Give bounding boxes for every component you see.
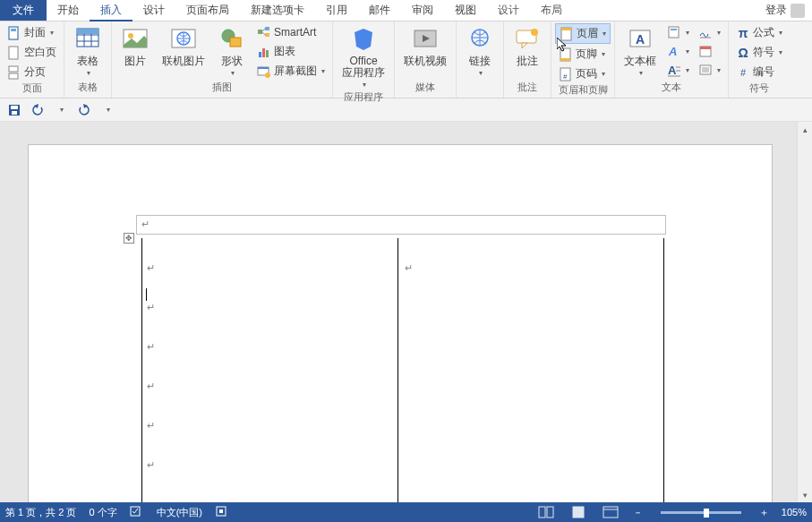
- macro-icon[interactable]: [215, 505, 229, 519]
- object-button[interactable]: ▾: [695, 61, 724, 79]
- drop-cap-button[interactable]: A▾: [663, 61, 693, 79]
- dropdown-icon: ▾: [686, 29, 689, 37]
- picture-button[interactable]: 图片: [115, 23, 155, 69]
- save-button[interactable]: [5, 101, 23, 119]
- zoom-out-button[interactable]: －: [633, 506, 643, 519]
- undo-more-button[interactable]: ▾: [52, 101, 70, 119]
- document-page[interactable]: ✥ ↵ ↵ ↵ ↵ ↵ ↵ ↵ ↵: [29, 145, 772, 502]
- vertical-scrollbar[interactable]: ▴ ▾: [797, 122, 812, 502]
- textbox-button[interactable]: A 文本框 ▾: [619, 23, 662, 79]
- scroll-down-button[interactable]: ▾: [798, 487, 812, 502]
- dropdown-icon: ▾: [602, 50, 605, 58]
- blank-page-icon: [7, 46, 21, 60]
- read-mode-button[interactable]: [536, 504, 556, 520]
- page-break-button[interactable]: 分页: [4, 63, 60, 81]
- page-indicator[interactable]: 第 1 页，共 2 页: [5, 506, 76, 519]
- tab-context-design[interactable]: 设计: [487, 0, 530, 21]
- online-video-button[interactable]: 联机视频: [398, 23, 452, 69]
- tab-insert[interactable]: 插入: [90, 0, 132, 21]
- tab-references[interactable]: 引用: [315, 0, 358, 21]
- dropdown-icon: ▾: [60, 106, 64, 114]
- quick-parts-button[interactable]: ▾: [663, 23, 693, 41]
- svg-rect-1: [11, 29, 16, 31]
- paragraph-mark-icon: ↵: [147, 381, 155, 392]
- signature-icon: [698, 25, 713, 39]
- tab-home[interactable]: 开始: [47, 0, 90, 21]
- spellcheck-icon[interactable]: [130, 505, 144, 519]
- smartart-label: SmartArt: [274, 26, 316, 39]
- tab-design[interactable]: 设计: [132, 0, 175, 21]
- blank-page-button[interactable]: 空白页: [4, 43, 60, 62]
- customize-qat-button[interactable]: ▾: [98, 101, 116, 119]
- table-icon: [73, 25, 102, 54]
- header-area[interactable]: [136, 215, 666, 235]
- word-count[interactable]: 0 个字: [89, 506, 116, 519]
- datetime-button[interactable]: [695, 42, 724, 60]
- web-layout-button[interactable]: [601, 504, 620, 520]
- tab-view[interactable]: 视图: [444, 0, 487, 21]
- smartart-button[interactable]: SmartArt: [253, 23, 329, 41]
- tab-context-layout[interactable]: 布局: [530, 0, 573, 21]
- svg-rect-17: [258, 30, 262, 34]
- quick-parts-icon: [667, 25, 681, 39]
- office-apps-button[interactable]: Office应用程序 ▾: [337, 23, 390, 90]
- header-button[interactable]: 页眉▾: [555, 23, 611, 44]
- group-symbols: π 公式▾ Ω 符号▾ # 编号 符号: [729, 21, 790, 98]
- cover-page-icon: [7, 26, 21, 40]
- tab-file[interactable]: 文件: [0, 0, 47, 21]
- screenshot-button[interactable]: 屏幕截图▾: [253, 62, 329, 81]
- group-comments: 批注 批注: [504, 21, 551, 98]
- svg-rect-43: [671, 29, 677, 30]
- tab-review[interactable]: 审阅: [401, 0, 444, 21]
- comment-button[interactable]: 批注: [508, 23, 547, 69]
- smartart-icon: [257, 25, 271, 39]
- comment-label: 批注: [517, 56, 538, 67]
- tab-page-layout[interactable]: 页面布局: [175, 0, 240, 21]
- drop-cap-icon: A: [667, 63, 681, 77]
- online-picture-button[interactable]: 联机图片: [157, 23, 210, 69]
- shapes-button[interactable]: 形状 ▾: [212, 23, 252, 79]
- tab-bar: 文件 开始 插入 设计 页面布局 新建选项卡 引用 邮件 审阅 视图 设计 布局…: [0, 0, 812, 21]
- svg-rect-64: [547, 507, 553, 518]
- svg-rect-24: [266, 50, 269, 57]
- footer-button[interactable]: 页脚▾: [555, 45, 611, 64]
- number-button[interactable]: # 编号: [732, 63, 786, 81]
- signature-button[interactable]: ▾: [695, 23, 724, 41]
- svg-rect-42: [669, 27, 679, 38]
- svg-text:#: #: [563, 73, 568, 81]
- equation-button[interactable]: π 公式▾: [732, 23, 786, 42]
- zoom-slider[interactable]: [661, 511, 741, 514]
- print-layout-button[interactable]: [568, 504, 588, 520]
- number-icon: #: [736, 65, 750, 80]
- paragraph-mark-icon: ↵: [405, 262, 413, 274]
- screenshot-label: 屏幕截图: [274, 64, 317, 79]
- paragraph-mark-icon: ↵: [147, 262, 155, 274]
- cover-page-button[interactable]: 封面▾: [4, 23, 60, 42]
- redo-button[interactable]: [75, 101, 93, 119]
- table-move-handle-icon[interactable]: ✥: [124, 233, 134, 244]
- svg-rect-2: [9, 47, 18, 59]
- undo-button[interactable]: [29, 101, 47, 119]
- chart-button[interactable]: 图表: [253, 42, 329, 61]
- svg-rect-18: [265, 27, 269, 30]
- links-button[interactable]: 链接 ▾: [460, 23, 500, 79]
- tab-new[interactable]: 新建选项卡: [240, 0, 315, 21]
- symbol-button[interactable]: Ω 符号▾: [732, 43, 786, 62]
- page-number-button[interactable]: # 页码▾: [555, 64, 611, 83]
- language-indicator[interactable]: 中文(中国): [157, 506, 202, 519]
- table-label: 表格: [77, 56, 98, 67]
- zoom-thumb[interactable]: [704, 509, 709, 518]
- dropdown-icon: ▾: [686, 66, 689, 74]
- document-workspace[interactable]: ✥ ↵ ↵ ↵ ↵ ↵ ↵ ↵ ↵: [0, 122, 797, 502]
- zoom-in-button[interactable]: ＋: [759, 506, 769, 519]
- chart-label: 图表: [274, 44, 295, 59]
- table-button[interactable]: 表格 ▾: [68, 23, 107, 79]
- svg-rect-23: [262, 48, 265, 57]
- group-media: 联机视频 媒体: [395, 21, 457, 98]
- wordart-button[interactable]: A▾: [663, 42, 693, 60]
- login-button[interactable]: 登录: [758, 0, 812, 21]
- scroll-up-button[interactable]: ▴: [798, 122, 812, 137]
- zoom-level[interactable]: 105%: [782, 507, 807, 518]
- svg-rect-66: [603, 507, 618, 518]
- tab-mailings[interactable]: 邮件: [358, 0, 401, 21]
